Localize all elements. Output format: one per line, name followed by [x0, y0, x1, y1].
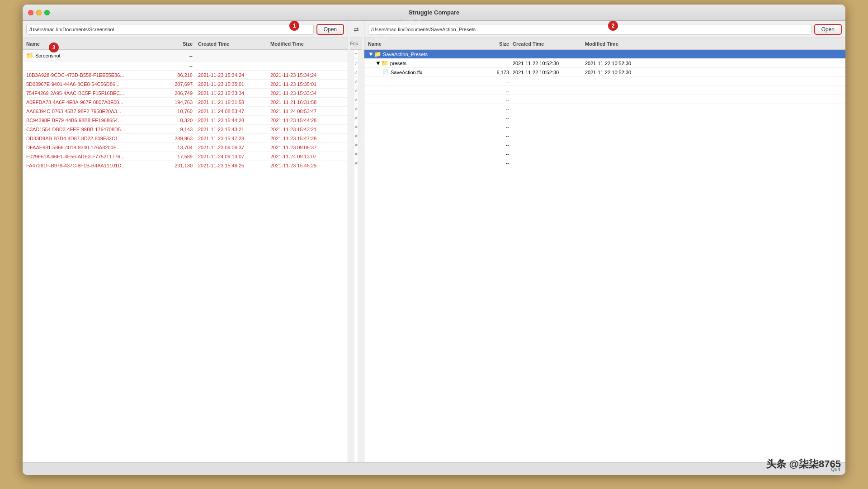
close-button[interactable]	[28, 10, 33, 15]
file-icon-r1: 📄	[382, 69, 389, 75]
left-sub-row: --	[23, 62, 348, 71]
middle-header: Equ...	[350, 38, 362, 50]
right-row-saveaction-ffx[interactable]: 📄 SaveAction.ffx 6,173 2021-11-22 10:52:…	[364, 68, 845, 77]
right-empty-row: --	[364, 113, 845, 122]
middle-symbol-row: ≠	[354, 158, 357, 167]
left-file-row[interactable]: 18B3A928-9CDC-473D-B558-F1EE55E36... 86,…	[23, 71, 348, 80]
right-empty-row: --	[364, 140, 845, 149]
left-file-row[interactable]: E029F61A-66F1-4E56-ADE3-F775211776... 17…	[23, 152, 348, 161]
right-empty-row: --	[364, 149, 845, 158]
middle-symbol-row: ≠	[354, 140, 357, 149]
left-file-row[interactable]: AA86394C-0763-45B7-98F2-7958E20A3... 10,…	[23, 107, 348, 116]
left-path-input[interactable]	[26, 24, 314, 35]
middle-symbol-row: ≠	[354, 131, 357, 140]
middle-symbol-row: ≠	[354, 68, 357, 77]
middle-rows: =≠≠≠≠≠≠≠≠≠≠≠≠	[354, 50, 357, 462]
left-file-row[interactable]: FA47261F-B979-437C-8F1B-B4AA11101D... 23…	[23, 161, 348, 170]
left-folder-row[interactable]: 📁 Screenshot --	[23, 50, 348, 62]
right-row-presets[interactable]: ▼📁 presets -- 2021-11-22 10:52:30 2021-1…	[364, 59, 845, 68]
folder-icon-r2: ▼📁	[375, 60, 388, 66]
right-toolbar: Open	[364, 21, 845, 38]
middle-symbols-container: =≠≠≠≠≠≠≠≠≠≠≠≠	[354, 50, 357, 167]
right-col-created-header: Created Time	[513, 41, 585, 47]
middle-toolbar: ⇄	[350, 21, 363, 38]
left-file-row[interactable]: DFAAE681-5866-4019-9340-176A8200E... 13,…	[23, 143, 348, 152]
right-empty-row: --	[364, 86, 845, 95]
right-empty-row: --	[364, 158, 845, 167]
minimize-button[interactable]	[36, 10, 42, 15]
left-folder-name: 📁 Screenshot	[26, 52, 162, 59]
badge-2: 2	[608, 21, 618, 31]
right-path-input[interactable]	[368, 24, 811, 35]
right-empty-row: --	[364, 104, 845, 113]
middle-symbol-row: ≠	[354, 86, 357, 95]
right-empty-row: --	[364, 122, 845, 131]
left-open-button[interactable]: Open	[316, 24, 344, 35]
right-open-button[interactable]: Open	[814, 24, 842, 35]
left-table-header: Name Size Created Time Modified Time	[23, 38, 348, 50]
folder-icon: 📁	[26, 52, 33, 59]
right-col-name-header: Name	[368, 41, 486, 47]
left-col-name-header: Name	[26, 41, 162, 47]
left-col-size-header: Size	[162, 41, 198, 47]
bottom-bar: Quit	[23, 462, 845, 475]
left-toolbar: Open	[23, 21, 348, 38]
right-pane: Open Name Size Created Time Modified Tim…	[364, 21, 845, 462]
right-empty-row: --	[364, 131, 845, 140]
main-window: Struggle Compare 1 2 3 Open Name Size Cr…	[23, 5, 845, 475]
right-empty-rows: -- -- -- -- -- --	[364, 77, 845, 167]
right-col-modified-header: Modified Time	[585, 41, 842, 47]
left-files-container: 18B3A928-9CDC-473D-B558-F1EE55E36... 86,…	[23, 71, 348, 170]
middle-pane: ⇄ Equ... =≠≠≠≠≠≠≠≠≠≠≠≠	[348, 21, 364, 462]
swap-icon[interactable]: ⇄	[352, 25, 361, 34]
middle-symbol-row: =	[354, 50, 357, 59]
left-file-row[interactable]: 5D08967E-9401-44A6-8CE8-54C56D86... 207,…	[23, 80, 348, 89]
left-col-modified-header: Modified Time	[270, 41, 343, 47]
right-empty-row: --	[364, 77, 845, 86]
left-file-row[interactable]: 754F4269-2A95-4AAC-BC5F-F15F16BEC... 206…	[23, 89, 348, 98]
left-folder-size: --	[162, 53, 198, 58]
titlebar: Struggle Compare	[23, 5, 845, 21]
left-file-row[interactable]: DD33D9AB-B7D4-4D87-8D22-609F32C1... 289,…	[23, 134, 348, 143]
middle-symbol-row: ≠	[354, 95, 357, 104]
left-col-created-header: Created Time	[198, 41, 270, 47]
middle-symbol-row: ≠	[354, 77, 357, 86]
left-file-row[interactable]: A0EFDA78-4A6F-4E8A-967F-0807A0E00... 194…	[23, 98, 348, 107]
right-row-saveaction-presets[interactable]: ▼📁 SaveAction_Presets --	[364, 50, 845, 59]
right-col-size-header: Size	[486, 41, 513, 47]
left-pane: Open Name Size Created Time Modified Tim…	[23, 21, 348, 462]
badge-1: 1	[289, 21, 299, 31]
folder-icon-r1: ▼📁	[368, 51, 381, 57]
right-file-list: ▼📁 SaveAction_Presets -- ▼📁 presets -- 2…	[364, 50, 845, 462]
right-empty-row: --	[364, 95, 845, 104]
left-file-list: 📁 Screenshot -- -- 18B3A928-9CDC-473D-B5…	[23, 50, 348, 462]
badge-3: 3	[49, 43, 59, 52]
middle-symbol-row: ≠	[354, 149, 357, 158]
branding-text: 头条 @柒柒8765	[766, 457, 841, 471]
right-table-header: Name Size Created Time Modified Time	[364, 38, 845, 50]
zoom-button[interactable]	[44, 10, 50, 15]
middle-symbol-row: ≠	[354, 104, 357, 113]
traffic-lights	[28, 10, 50, 15]
middle-symbol-row: ≠	[354, 122, 357, 131]
main-content: Open Name Size Created Time Modified Tim…	[23, 21, 845, 462]
left-file-row[interactable]: C3AD1554-DBD3-4FEE-99BB-1764708D5... 9,1…	[23, 125, 348, 134]
window-title: Struggle Compare	[409, 9, 460, 16]
left-file-row[interactable]: BC94398E-BF79-44B6-98B8-FE1968654... 8,3…	[23, 116, 348, 125]
middle-symbol-row: ≠	[354, 113, 357, 122]
middle-symbol-row: ≠	[354, 59, 357, 68]
